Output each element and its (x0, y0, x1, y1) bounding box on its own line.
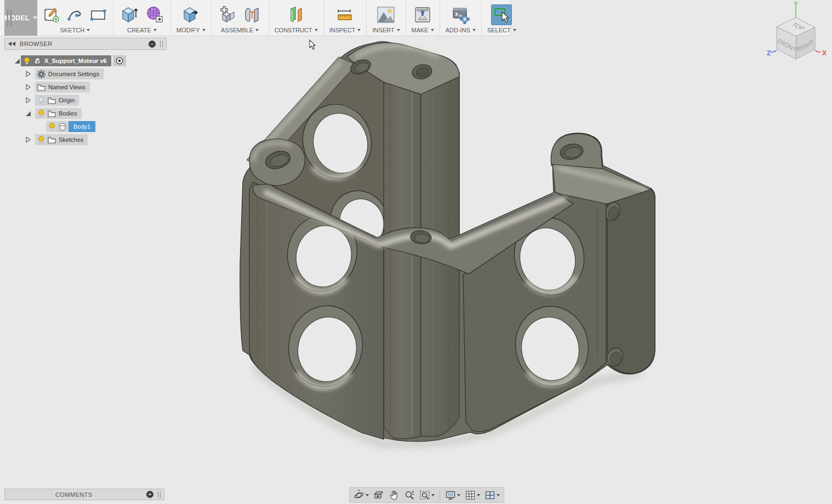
y-axis-label: Y (794, 1, 798, 8)
toolbar-group-assemble: ASSEMBLE (211, 0, 269, 36)
toolbar-group-insert: INSERT (366, 0, 405, 36)
selected-body-label[interactable]: Body1 (69, 121, 95, 132)
create-form-icon[interactable] (144, 4, 165, 25)
tree-row-bodies[interactable]: Bodies (4, 107, 167, 120)
toolbar-group-addins: ADD-INS (440, 0, 481, 36)
bulb-on-icon[interactable] (23, 57, 31, 65)
expander-open-icon[interactable] (13, 57, 21, 65)
fit-icon[interactable] (418, 488, 436, 502)
grid-display-icon[interactable] (463, 488, 482, 502)
viewports-icon[interactable] (483, 488, 502, 502)
z-axis-label: Z (767, 49, 771, 57)
expander-closed-icon[interactable] (24, 96, 32, 104)
toolbar-group-create: CREATE (113, 0, 170, 36)
gear-icon (37, 70, 45, 78)
extrude-icon[interactable] (119, 4, 140, 25)
toolbar-group-modify: MODIFY (170, 0, 211, 36)
create-menu[interactable]: CREATE (127, 26, 157, 33)
tree-row-origin[interactable]: Origin (4, 94, 167, 107)
bulb-on-icon[interactable] (48, 123, 56, 130)
toolbar-drag-handle[interactable] (7, 10, 12, 26)
browser-tree: X_Support_Moteur v6 Document Settings Na… (4, 54, 167, 146)
bulb-on-icon[interactable] (37, 136, 45, 144)
assemble-menu[interactable]: ASSEMBLE (221, 26, 259, 33)
construction-plane-icon[interactable] (286, 4, 306, 25)
sketch-rectangle-icon[interactable] (89, 5, 107, 24)
spline-icon[interactable] (66, 5, 84, 24)
chevron-down-icon (33, 16, 37, 19)
tree-row-root[interactable]: X_Support_Moteur v6 (4, 54, 167, 67)
tree-row-sketches[interactable]: Sketches (4, 133, 167, 146)
orbit-icon[interactable] (352, 488, 371, 502)
fusion360-window: { "workspace_switcher": { "label": "MODE… (0, 0, 832, 504)
collapse-panel-icon[interactable] (8, 42, 15, 46)
document-name: X_Support_Moteur v6 (44, 58, 107, 64)
toolbar-group-inspect: INSPECT (323, 0, 367, 36)
expander-open-icon[interactable] (24, 110, 32, 117)
select-menu[interactable]: SELECT (487, 26, 516, 33)
toolbar-group-construct: CONSTRUCT (269, 0, 323, 36)
viewcube[interactable]: Y TOP FRONT RIGHT Z X (763, 1, 828, 70)
tree-row-body1[interactable]: Body1 (4, 120, 167, 133)
insert-image-icon[interactable] (375, 4, 396, 25)
z-axis-line (771, 50, 777, 52)
browser-header[interactable]: BROWSER − (4, 38, 167, 50)
tree-row-named-views[interactable]: Named Views (4, 81, 167, 94)
panel-drag-handle[interactable] (158, 491, 161, 498)
minimize-panel-icon[interactable]: − (149, 41, 156, 48)
comments-title: COMMENTS (8, 491, 142, 498)
inspect-menu[interactable]: INSPECT (329, 26, 361, 33)
body-cylinder-icon (59, 123, 66, 131)
toolbar-separator (440, 490, 440, 501)
panel-drag-handle[interactable] (160, 41, 163, 47)
main-toolbar: MODEL SKETCH CREATE (0, 0, 511, 36)
browser-title: BROWSER (20, 41, 144, 47)
expander-closed-icon[interactable] (24, 70, 32, 78)
comments-panel[interactable]: COMMENTS + (4, 489, 164, 500)
make-menu[interactable]: MAKE (412, 26, 434, 33)
addins-menu[interactable]: ADD-INS (446, 26, 476, 33)
folder-icon (48, 136, 56, 144)
activate-component-radio[interactable] (113, 55, 126, 66)
toolbar-group-make: MAKE (406, 0, 440, 36)
bulb-on-icon[interactable] (37, 110, 45, 117)
sketch-menu[interactable]: SKETCH (60, 26, 90, 33)
pan-icon[interactable] (387, 488, 401, 502)
bulb-off-icon[interactable] (37, 96, 45, 104)
create-sketch-icon[interactable] (43, 5, 61, 24)
scripts-addins-icon[interactable] (450, 4, 471, 25)
insert-menu[interactable]: INSERT (372, 26, 400, 33)
component-cube-icon (33, 57, 42, 65)
construct-menu[interactable]: CONSTRUCT (275, 26, 318, 33)
folder-icon (48, 110, 56, 117)
modify-menu[interactable]: MODIFY (176, 26, 206, 33)
tree-row-document-settings[interactable]: Document Settings (4, 67, 167, 81)
look-at-icon[interactable] (372, 488, 386, 502)
new-component-icon[interactable] (217, 4, 238, 25)
press-pull-icon[interactable] (180, 4, 201, 25)
toolbar-group-select: SELECT (481, 0, 522, 36)
3d-print-icon[interactable] (412, 4, 433, 25)
measure-icon[interactable] (335, 4, 356, 25)
folder-icon (37, 84, 45, 91)
display-settings-icon[interactable] (443, 488, 462, 502)
zoom-icon[interactable] (402, 488, 417, 502)
browser-panel: BROWSER − X_Support_Moteur v6 Document S… (4, 38, 167, 146)
toolbar-group-sketch: SKETCH (37, 0, 113, 36)
workspace-switcher[interactable]: MODEL (4, 0, 37, 36)
x-axis-label: X (822, 49, 827, 57)
expander-closed-icon[interactable] (24, 83, 32, 91)
folder-icon (48, 97, 56, 104)
add-comment-icon[interactable]: + (146, 491, 153, 498)
expander-closed-icon[interactable] (24, 136, 32, 144)
select-cursor-icon[interactable] (491, 4, 512, 25)
navigation-toolbar (349, 487, 504, 503)
joint-icon[interactable] (242, 4, 263, 25)
x-axis-line (815, 50, 821, 52)
